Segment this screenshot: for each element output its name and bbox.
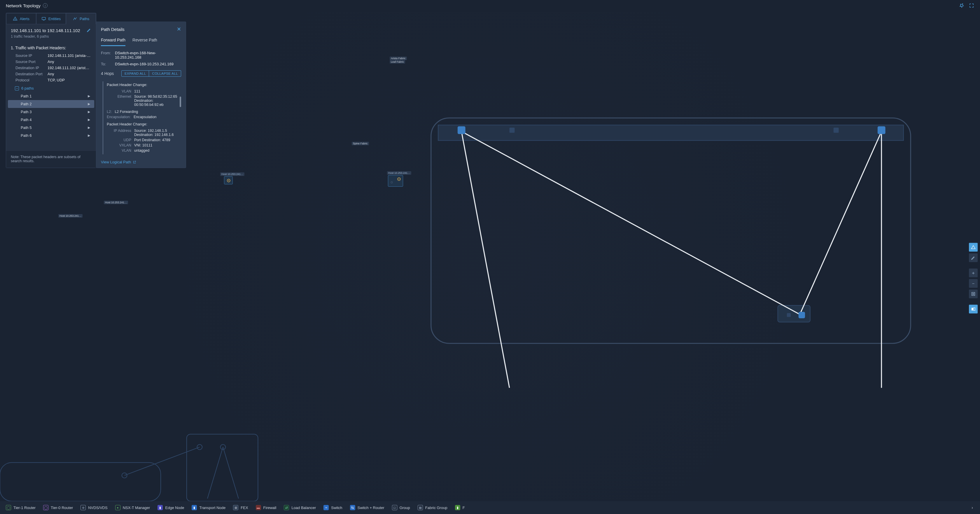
legend-icon: ⇄ [284, 505, 289, 510]
legend-icon: ● [115, 505, 121, 510]
legend-item[interactable]: ≈Switch [323, 505, 342, 510]
tab-forward-path[interactable]: Forward Path [101, 36, 126, 46]
kv-key: IP Address [107, 129, 131, 137]
svg-line-17 [223, 447, 238, 499]
svg-rect-13 [0, 463, 161, 501]
encapsulation-link[interactable]: Encapsulation [134, 115, 181, 119]
legend-item[interactable]: ▮F [455, 505, 465, 510]
paths-panel: Alerts Entities Paths 192.148.11.101 to … [6, 13, 96, 168]
kv-val: TCP, UDP [48, 78, 91, 82]
kv-key: VLAN [107, 89, 131, 93]
svg-rect-10 [878, 126, 886, 134]
tab-alerts-label: Alerts [20, 17, 29, 21]
legend-item[interactable]: ⊕NVDS/VDS [81, 505, 107, 510]
path-details-panel: Path Details ✕ Forward Path Reverse Path… [96, 22, 186, 168]
path-item[interactable]: Path 1▶ [8, 92, 94, 100]
host-node[interactable]: Host 10.253.241… [388, 175, 403, 187]
info-icon[interactable]: i [43, 3, 48, 8]
zoom-in-icon[interactable]: ＋ [969, 269, 978, 277]
svg-rect-7 [458, 126, 466, 134]
svg-line-5 [800, 132, 881, 315]
edit-tool-icon[interactable] [969, 253, 978, 262]
tab-entities[interactable]: Entities [36, 13, 66, 24]
svg-line-3 [461, 132, 509, 388]
legend-item[interactable]: ⇄Load Balancer [284, 505, 316, 510]
alerts-tool-icon[interactable] [969, 243, 978, 252]
path-item[interactable]: Path 2▶ [8, 100, 94, 108]
path-item[interactable]: Path 4▶ [8, 116, 94, 124]
legend-item[interactable]: ◯Tier-0 Router [43, 505, 73, 510]
svg-rect-31 [973, 293, 974, 294]
legend-item[interactable]: ▮Edge Node [158, 505, 184, 510]
zoom-out-icon[interactable]: － [969, 279, 978, 288]
svg-point-27 [15, 19, 15, 20]
fullscreen-icon[interactable] [969, 3, 974, 8]
kv-val: untagged [134, 148, 181, 153]
legend-item[interactable]: ▦Fabric Group [418, 505, 447, 510]
note-text: Note: These packet headers are subsets o… [6, 151, 96, 168]
kv-val: Port Destination: 4789 [134, 138, 181, 142]
path-item[interactable]: Path 5▶ [8, 124, 94, 132]
minimap-toggle-icon[interactable] [969, 305, 978, 313]
host-node[interactable]: Host 10.253.241… [224, 176, 233, 185]
legend-icon: ⊞ [233, 505, 238, 510]
legend-bar: ◯Tier-1 Router◯Tier-0 Router⊕NVDS/VDS●NS… [0, 501, 980, 514]
paths-count-label: 6 paths [21, 86, 34, 91]
legend-item[interactable]: ⊡Group [392, 505, 410, 510]
svg-rect-9 [834, 127, 839, 133]
fabric-label: Leaf Fabric [390, 60, 405, 64]
expand-all-button[interactable]: EXPAND ALL [121, 70, 149, 77]
close-icon[interactable]: ✕ [177, 26, 181, 32]
host-label: Host 10.253.241… [104, 201, 128, 204]
kv-key: VLAN [107, 148, 131, 153]
collapse-all-button[interactable]: COLLAPSE ALL [149, 70, 181, 77]
to-label: To: [101, 62, 113, 66]
legend-item[interactable]: ▮Transport Node [192, 505, 226, 510]
kv-val: 192.148.111.102 (arista-vm… [48, 66, 91, 70]
path-item[interactable]: Path 3▶ [8, 108, 94, 116]
legend-item[interactable]: ▬Firewall [256, 505, 277, 510]
tab-reverse-path[interactable]: Reverse Path [132, 36, 157, 46]
kv-val: Any [48, 59, 91, 64]
legend-item[interactable]: ⇆Switch + Router [350, 505, 384, 510]
kv-val: VNI: 10111 [134, 143, 181, 147]
legend-icon: ▮ [158, 505, 163, 510]
svg-rect-33 [974, 308, 975, 310]
svg-line-15 [124, 447, 200, 476]
pin-icon[interactable] [959, 3, 964, 8]
legend-icon: ⇆ [350, 505, 355, 510]
kv-key: L2: [107, 110, 112, 114]
legend-item[interactable]: ●NSX-T Manager [115, 505, 150, 510]
path-item[interactable]: Path 6▶ [8, 132, 94, 140]
svg-line-4 [461, 132, 800, 315]
svg-rect-8 [509, 127, 515, 133]
legend-item[interactable]: ◯Tier-1 Router [6, 505, 36, 510]
tab-paths[interactable]: Paths [66, 13, 96, 24]
fabric-label: Arista Fabric [390, 57, 407, 60]
legend-scroll-right-icon[interactable]: › [970, 505, 974, 510]
host-label: Host 10.253.241… [58, 214, 83, 218]
fit-screen-icon[interactable] [969, 290, 978, 298]
view-logical-path-link[interactable]: View Logical Path [101, 160, 136, 164]
kv-key: Destination IP [16, 66, 48, 70]
legend-item[interactable]: ⊞FEX [233, 505, 248, 510]
path-details-title: Path Details [101, 27, 124, 32]
to-value: DSwitch-evpn-169-10.253.241.169 [115, 62, 173, 66]
svg-point-24 [399, 179, 399, 180]
tab-alerts[interactable]: Alerts [6, 13, 36, 24]
page-title: Network Topology [6, 3, 41, 8]
from-label: From: [101, 51, 113, 59]
kv-val: Destination: 192.148.1.6 [134, 133, 181, 137]
l2-forwarding-link[interactable]: L2 Forwarding [115, 110, 181, 114]
tab-paths-label: Paths [80, 17, 89, 21]
kv-key: Encapsulation: [107, 115, 130, 119]
svg-line-16 [207, 447, 223, 499]
edit-icon[interactable] [87, 28, 91, 33]
kv-key: UDP [107, 138, 131, 142]
tab-entities-label: Entities [48, 17, 61, 21]
kv-key: Source IP [16, 53, 48, 58]
paths-toggle[interactable]: − 6 paths [6, 83, 96, 92]
legend-icon: ▮ [455, 505, 460, 510]
svg-point-25 [391, 181, 393, 183]
svg-rect-30 [972, 292, 975, 296]
